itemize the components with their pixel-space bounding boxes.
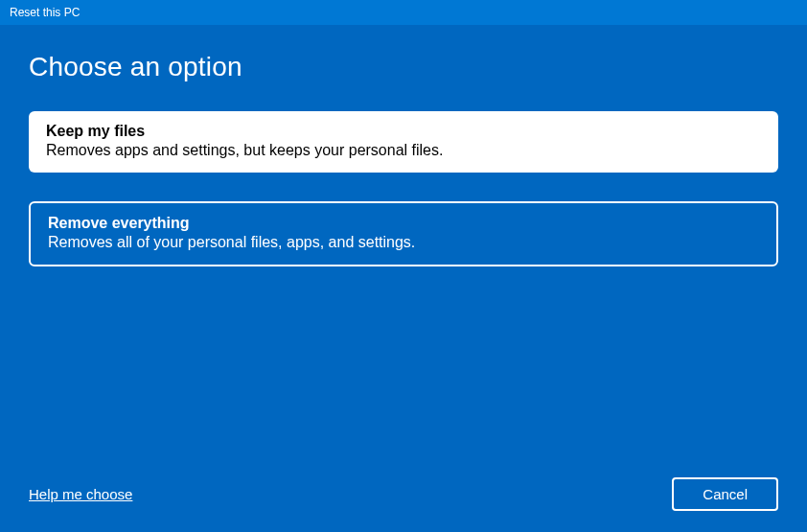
titlebar: Reset this PC: [0, 0, 807, 25]
page-heading: Choose an option: [29, 52, 778, 82]
titlebar-title: Reset this PC: [10, 6, 80, 19]
option-description: Removes all of your personal files, apps…: [48, 234, 759, 251]
help-me-choose-link[interactable]: Help me choose: [29, 486, 132, 502]
option-keep-my-files[interactable]: Keep my files Removes apps and settings,…: [29, 111, 778, 173]
content-area: Choose an option Keep my files Removes a…: [0, 25, 807, 532]
footer: Help me choose Cancel: [29, 477, 778, 511]
option-title: Keep my files: [46, 123, 761, 140]
cancel-button[interactable]: Cancel: [672, 477, 778, 511]
option-description: Removes apps and settings, but keeps you…: [46, 142, 761, 159]
option-remove-everything[interactable]: Remove everything Removes all of your pe…: [29, 201, 778, 266]
option-title: Remove everything: [48, 215, 759, 232]
